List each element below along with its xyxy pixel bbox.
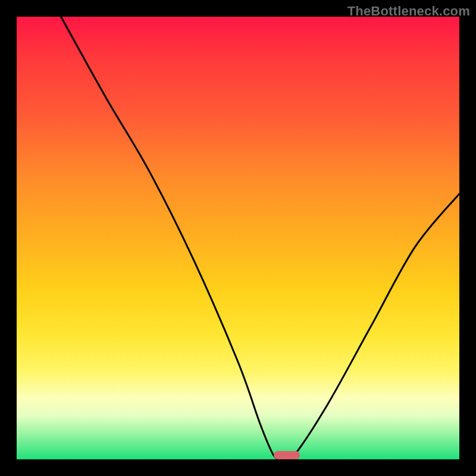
watermark-text: TheBottleneck.com	[347, 4, 470, 19]
chart-frame: TheBottleneck.com	[0, 0, 476, 476]
bottleneck-curve	[17, 17, 459, 459]
plot-area	[17, 17, 459, 459]
optimal-marker	[274, 451, 300, 459]
